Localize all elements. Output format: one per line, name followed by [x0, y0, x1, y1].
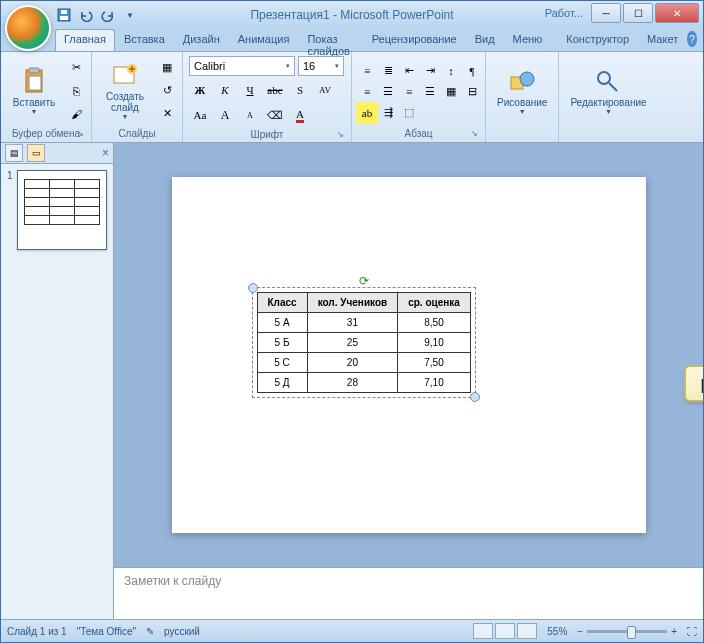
- tab-slideshow[interactable]: Показ слайдов: [298, 29, 362, 51]
- chevron-down-icon: ▾: [335, 62, 339, 70]
- paste-button[interactable]: Вставить ▼: [5, 64, 63, 118]
- zoom-out-icon[interactable]: −: [577, 626, 583, 637]
- bold-button[interactable]: Ж: [189, 79, 211, 101]
- maximize-button[interactable]: ☐: [623, 3, 653, 23]
- font-color-button[interactable]: A: [289, 104, 311, 126]
- editing-button[interactable]: Редактирование ▼: [563, 64, 653, 118]
- slide-delete-icon[interactable]: ✕: [156, 103, 178, 125]
- zoom-thumb[interactable]: [627, 626, 636, 639]
- svg-line-11: [609, 83, 617, 91]
- drawing-label: Рисование: [497, 97, 547, 108]
- editing-label: Редактирование: [570, 97, 646, 108]
- tab-animation[interactable]: Анимация: [229, 29, 299, 51]
- group-font-label: Шрифт: [251, 129, 284, 140]
- svg-rect-4: [29, 68, 39, 73]
- drawing-button[interactable]: Рисование ▼: [490, 64, 554, 118]
- justify-button[interactable]: ☰: [419, 81, 441, 103]
- workspace: ▤ ▭ × 1: [1, 143, 703, 620]
- thumbnail-number: 1: [7, 170, 13, 250]
- save-icon[interactable]: [55, 6, 73, 24]
- table-row: 5 Д287,10: [257, 373, 470, 393]
- status-language[interactable]: русский: [164, 626, 200, 637]
- sorter-view-button[interactable]: [495, 623, 515, 639]
- zoom-slider[interactable]: − +: [577, 626, 677, 637]
- svg-rect-2: [61, 10, 67, 14]
- redo-icon[interactable]: [99, 6, 117, 24]
- notes-pane[interactable]: Заметки к слайду: [114, 567, 703, 620]
- cut-icon[interactable]: ✂: [65, 57, 87, 79]
- grow-font-button[interactable]: A: [214, 104, 236, 126]
- new-slide-button[interactable]: Создать слайд ▼: [96, 58, 154, 123]
- qat-customize-icon[interactable]: ▼: [121, 6, 139, 24]
- align-text-button[interactable]: ⊟: [461, 81, 483, 103]
- table-object[interactable]: Класс кол. Учеников ср. оценка 5 А318,50…: [252, 287, 476, 398]
- rotate-handle-icon[interactable]: [359, 274, 369, 284]
- panel-tabs: ▤ ▭ ×: [1, 143, 113, 164]
- strike-button[interactable]: abc: [264, 79, 286, 101]
- zoom-value[interactable]: 55%: [547, 626, 567, 637]
- highlight-button[interactable]: ab: [356, 102, 378, 124]
- tab-constructor[interactable]: Конструктор: [557, 29, 638, 51]
- zoom-in-icon[interactable]: +: [671, 626, 677, 637]
- help-icon[interactable]: ?: [687, 31, 697, 47]
- align-center-button[interactable]: ☰: [377, 81, 399, 103]
- line-spacing-button[interactable]: ↕: [440, 60, 462, 82]
- paragraph-launcher-icon[interactable]: ↘: [469, 129, 479, 139]
- normal-view-button[interactable]: [473, 623, 493, 639]
- font-size-combo[interactable]: 16▾: [298, 56, 344, 76]
- char-spacing-button[interactable]: AV: [314, 79, 336, 101]
- outline-tab-icon[interactable]: ▤: [5, 144, 23, 162]
- tab-design[interactable]: Дизайн: [174, 29, 229, 51]
- spellcheck-icon[interactable]: ✎: [146, 626, 154, 637]
- tab-layout[interactable]: Макет: [638, 29, 687, 51]
- convert-smartart-button[interactable]: ⬚: [398, 102, 420, 124]
- chevron-down-icon: ▼: [122, 113, 129, 120]
- decrease-indent-button[interactable]: ⇤: [398, 60, 420, 82]
- table-header[interactable]: ср. оценка: [398, 293, 471, 313]
- find-icon: [594, 67, 622, 95]
- undo-icon[interactable]: [77, 6, 95, 24]
- slide-layout-icon[interactable]: ▦: [156, 57, 178, 79]
- tab-view[interactable]: Вид: [466, 29, 504, 51]
- format-painter-icon[interactable]: 🖌: [65, 103, 87, 125]
- chevron-down-icon: ▼: [605, 108, 612, 115]
- italic-button[interactable]: К: [214, 79, 236, 101]
- slide-canvas[interactable]: Класс кол. Учеников ср. оценка 5 А318,50…: [114, 143, 703, 567]
- slides-tab-icon[interactable]: ▭: [27, 144, 45, 162]
- shadow-button[interactable]: S: [289, 79, 311, 101]
- list-level-button[interactable]: ⇶: [377, 102, 399, 124]
- align-right-button[interactable]: ≡: [398, 81, 420, 103]
- tab-insert[interactable]: Вставка: [115, 29, 174, 51]
- tab-home[interactable]: Главная: [55, 29, 115, 51]
- bullets-button[interactable]: ≡: [356, 60, 378, 82]
- group-slides-label: Слайды: [118, 128, 155, 139]
- fit-window-icon[interactable]: ⛶: [687, 626, 697, 637]
- context-tab-label: Работ...: [545, 7, 583, 19]
- underline-button[interactable]: Ч: [239, 79, 261, 101]
- increase-indent-button[interactable]: ⇥: [419, 60, 441, 82]
- shrink-font-button[interactable]: A: [239, 104, 261, 126]
- table-header[interactable]: Класс: [257, 293, 307, 313]
- table-header[interactable]: кол. Учеников: [307, 293, 398, 313]
- close-button[interactable]: ✕: [655, 3, 699, 23]
- panel-close-icon[interactable]: ×: [102, 146, 109, 160]
- change-case-button[interactable]: Aa: [189, 104, 211, 126]
- copy-icon[interactable]: ⎘: [65, 80, 87, 102]
- numbering-button[interactable]: ≣: [377, 60, 399, 82]
- columns-button[interactable]: ▦: [440, 81, 462, 103]
- title-bar: ▼ Презентация1 - Microsoft PowerPoint Ра…: [1, 1, 703, 29]
- slide-thumbnail[interactable]: 1: [7, 170, 107, 250]
- text-direction-button[interactable]: ¶: [461, 60, 483, 82]
- tab-review[interactable]: Рецензирование: [363, 29, 466, 51]
- slideshow-view-button[interactable]: [517, 623, 537, 639]
- clipboard-launcher-icon[interactable]: ↘: [75, 129, 85, 139]
- slide: Класс кол. Учеников ср. оценка 5 А318,50…: [172, 177, 646, 533]
- font-launcher-icon[interactable]: ↘: [335, 130, 345, 140]
- clear-format-button[interactable]: ⌫: [264, 104, 286, 126]
- office-button[interactable]: [5, 5, 51, 51]
- font-name-combo[interactable]: Calibri▾: [189, 56, 295, 76]
- tab-menu[interactable]: Меню: [504, 29, 552, 51]
- slide-reset-icon[interactable]: ↺: [156, 80, 178, 102]
- align-left-button[interactable]: ≡: [356, 81, 378, 103]
- minimize-button[interactable]: ─: [591, 3, 621, 23]
